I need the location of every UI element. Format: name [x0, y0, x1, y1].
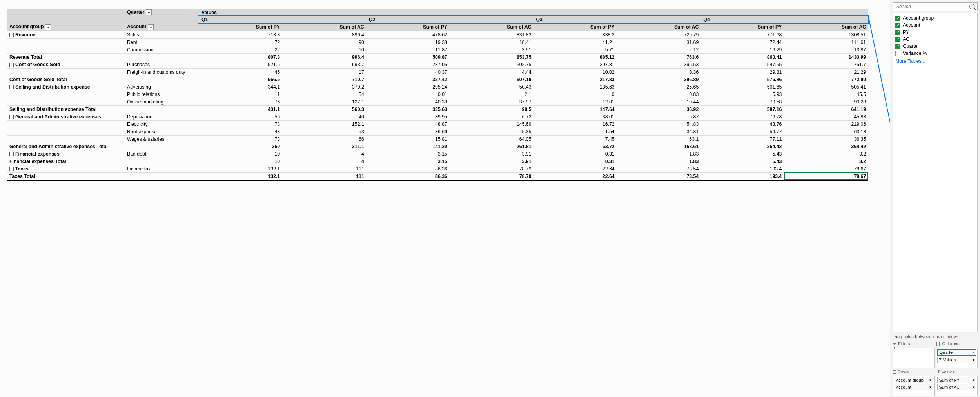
- total-value-cell[interactable]: 396.89: [617, 76, 701, 83]
- value-cell[interactable]: 37.97: [450, 98, 534, 105]
- value-cell[interactable]: 127.1: [282, 98, 367, 105]
- field-item[interactable]: Quarter: [895, 43, 975, 50]
- total-value-cell[interactable]: 560.3: [282, 105, 367, 113]
- area-field-pill[interactable]: Sum of PY▾: [937, 377, 977, 383]
- field-item[interactable]: Account group: [895, 15, 975, 22]
- account-cell[interactable]: Purchases: [125, 61, 199, 68]
- account-cell[interactable]: Income tax: [125, 165, 199, 172]
- value-cell[interactable]: 40.37: [367, 68, 450, 76]
- value-cell[interactable]: 76: [199, 98, 282, 105]
- value-cell[interactable]: 73.54: [617, 165, 701, 172]
- value-cell[interactable]: 3.2: [784, 150, 868, 158]
- total-value-cell[interactable]: 772.99: [784, 76, 868, 83]
- value-cell[interactable]: 521.5: [199, 61, 282, 68]
- value-cell[interactable]: 111: [282, 165, 367, 172]
- total-value-cell[interactable]: 250: [199, 143, 282, 150]
- value-cell[interactable]: 344.1: [199, 83, 282, 91]
- account-group-filter-dropdown[interactable]: [45, 24, 51, 30]
- value-cell[interactable]: 5.93: [701, 91, 784, 98]
- total-value-cell[interactable]: 335.63: [367, 105, 450, 113]
- account-cell[interactable]: Rent expense: [125, 128, 199, 135]
- value-cell[interactable]: 396.53: [617, 61, 701, 68]
- total-value-cell[interactable]: 509.87: [367, 53, 450, 61]
- value-cell[interactable]: 0.31: [534, 150, 617, 158]
- value-cell[interactable]: 50.43: [450, 83, 534, 91]
- more-tables-link[interactable]: More Tables...: [895, 57, 975, 65]
- total-value-cell[interactable]: 217.83: [534, 76, 617, 83]
- total-value-cell[interactable]: 885.12: [534, 53, 617, 61]
- value-cell[interactable]: 63.1: [617, 135, 701, 143]
- values-area[interactable]: Sum of PY▾Sum of AC▾: [936, 376, 978, 396]
- value-cell[interactable]: 5.71: [534, 46, 617, 53]
- filters-area[interactable]: [893, 348, 935, 368]
- value-cell[interactable]: 36.66: [367, 128, 450, 135]
- value-cell[interactable]: 90: [282, 38, 367, 46]
- total-value-cell[interactable]: 576.86: [701, 76, 784, 83]
- measure-header[interactable]: Sum of PY: [367, 23, 450, 31]
- total-value-cell[interactable]: 996.4: [282, 53, 367, 61]
- collapse-icon[interactable]: −: [9, 63, 14, 67]
- value-cell[interactable]: 4.44: [450, 68, 534, 76]
- value-cell[interactable]: 0.01: [367, 91, 450, 98]
- value-cell[interactable]: 152.1: [282, 120, 367, 128]
- value-cell[interactable]: 7.45: [534, 135, 617, 143]
- checkbox-icon[interactable]: [895, 16, 900, 21]
- value-cell[interactable]: 729.79: [617, 31, 701, 38]
- value-cell[interactable]: 21.29: [784, 68, 868, 76]
- value-cell[interactable]: 34.81: [617, 128, 701, 135]
- checkbox-icon[interactable]: [895, 44, 900, 49]
- value-cell[interactable]: 6.72: [450, 113, 534, 120]
- measure-header[interactable]: Sum of PY: [534, 23, 617, 31]
- total-value-cell[interactable]: 566.5: [199, 76, 282, 83]
- value-cell[interactable]: 751.7: [784, 61, 868, 68]
- total-value-cell[interactable]: 1433.99: [784, 53, 868, 61]
- value-cell[interactable]: 12.01: [534, 98, 617, 105]
- account-group-cell[interactable]: −Selling and Distribution expense: [7, 83, 125, 91]
- value-cell[interactable]: 78.67: [784, 165, 868, 172]
- field-search[interactable]: [893, 2, 978, 11]
- value-cell[interactable]: 295.24: [367, 83, 450, 91]
- value-cell[interactable]: 53: [282, 128, 367, 135]
- field-list[interactable]: Account groupAccountPYACQuarterVariance …: [893, 13, 978, 332]
- total-value-cell[interactable]: 507.19: [450, 76, 534, 83]
- total-value-cell[interactable]: 763.6: [617, 53, 701, 61]
- account-cell[interactable]: Rent: [125, 38, 199, 46]
- total-value-cell[interactable]: 710.7: [282, 76, 367, 83]
- total-value-cell[interactable]: 587.16: [701, 105, 784, 113]
- measure-header[interactable]: Sum of PY: [701, 23, 784, 31]
- value-cell[interactable]: 0: [534, 91, 617, 98]
- value-cell[interactable]: 4: [282, 150, 367, 158]
- account-group-cell[interactable]: −Cost of Goods Sold: [7, 61, 125, 68]
- measure-header[interactable]: Sum of AC: [282, 23, 367, 31]
- area-field-pill[interactable]: Quarter▾: [937, 349, 977, 356]
- column-header-quarter[interactable]: Q4: [701, 16, 868, 23]
- total-value-cell[interactable]: 364.42: [784, 143, 868, 150]
- value-cell[interactable]: 45.35: [450, 128, 534, 135]
- account-cell[interactable]: Freigh-in and customs duty: [125, 68, 199, 76]
- value-cell[interactable]: 0.36: [617, 68, 701, 76]
- value-cell[interactable]: 505.41: [784, 83, 868, 91]
- total-value-cell[interactable]: 254.42: [701, 143, 784, 150]
- area-field-pill[interactable]: Account▾: [894, 384, 933, 390]
- total-value-cell[interactable]: 261.81: [450, 143, 534, 150]
- area-field-pill[interactable]: Σ Values▾: [937, 357, 977, 363]
- field-item[interactable]: Variance %: [895, 50, 975, 57]
- value-cell[interactable]: 15.81: [367, 135, 450, 143]
- account-filter-dropdown[interactable]: [148, 24, 154, 30]
- total-value-cell[interactable]: 10: [199, 158, 282, 165]
- field-search-input[interactable]: [895, 4, 969, 10]
- value-cell[interactable]: 111.61: [784, 38, 868, 46]
- value-cell[interactable]: 10: [199, 150, 282, 158]
- value-cell[interactable]: 478.62: [367, 31, 450, 38]
- checkbox-icon[interactable]: [895, 51, 900, 56]
- value-cell[interactable]: 831.83: [450, 31, 534, 38]
- total-value-cell[interactable]: 1.83: [617, 158, 701, 165]
- total-value-cell[interactable]: 141.29: [367, 143, 450, 150]
- checkbox-icon[interactable]: [895, 23, 900, 28]
- value-cell[interactable]: 501.65: [701, 83, 784, 91]
- value-cell[interactable]: 10.02: [534, 68, 617, 76]
- collapse-icon[interactable]: −: [9, 85, 14, 89]
- checkbox-icon[interactable]: [895, 30, 900, 35]
- account-cell[interactable]: Advertising: [125, 83, 199, 91]
- total-value-cell[interactable]: 158.61: [617, 143, 701, 150]
